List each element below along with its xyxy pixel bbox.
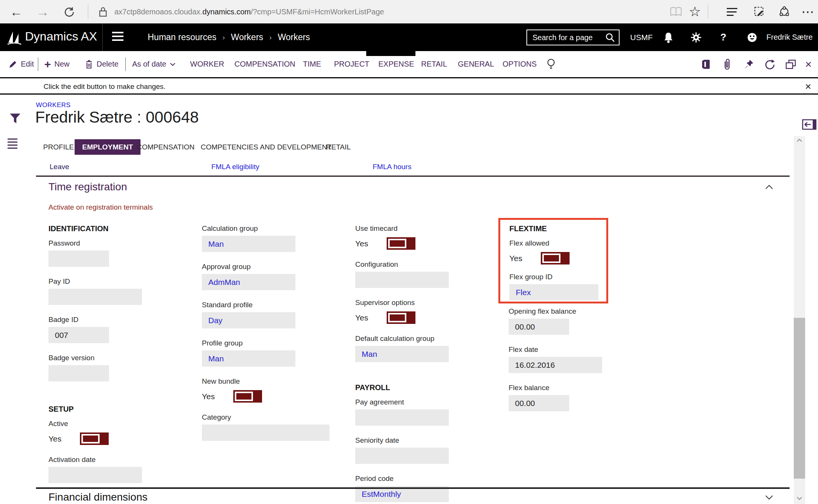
toggle-switch[interactable] <box>233 390 262 403</box>
address-bar[interactable]: ax7ctp8demoaos.cloudax.dynamics.com/?cmp… <box>114 0 384 23</box>
toggle-switch[interactable] <box>541 252 570 264</box>
tab-project[interactable]: PROJECT <box>334 51 369 77</box>
scrollbar-thumb[interactable] <box>794 318 805 479</box>
supervisor-options-toggle[interactable]: Yes <box>355 311 504 324</box>
page-search-box[interactable]: Search for a page <box>526 30 620 45</box>
active-toggle[interactable]: Yes <box>48 432 197 445</box>
ideas-button[interactable] <box>547 51 555 77</box>
toggle-switch[interactable] <box>80 432 109 445</box>
supervisor-options-field: Supervisor options Yes <box>355 299 504 324</box>
tab-retail-page[interactable]: RETAIL <box>326 139 351 155</box>
new-button[interactable]: + New <box>44 51 70 77</box>
share-button[interactable] <box>775 0 794 23</box>
expand-section-button[interactable] <box>765 495 773 501</box>
password-input[interactable] <box>48 250 109 267</box>
flex-group-id-input[interactable]: Flex <box>509 284 598 300</box>
breadcrumb-area[interactable]: Workers <box>231 32 263 42</box>
use-timecard-toggle[interactable]: Yes <box>355 237 504 250</box>
activate-terminals-link[interactable]: Activate on registration terminals <box>48 203 153 212</box>
new-bundle-toggle[interactable]: Yes <box>202 390 350 403</box>
financial-dimensions-header[interactable]: Financial dimensions <box>48 491 147 503</box>
tab-employment[interactable]: EMPLOYMENT <box>75 139 140 155</box>
fmla-hours-link[interactable]: FMLA hours <box>373 163 411 171</box>
company-selector[interactable]: USMF <box>630 23 653 51</box>
tab-expense[interactable]: EXPENSE <box>378 51 414 77</box>
header-divider <box>102 23 103 51</box>
open-in-office-button[interactable] <box>701 51 710 77</box>
standard-profile-input[interactable]: Day <box>202 312 295 328</box>
delete-button[interactable]: Delete <box>85 51 119 77</box>
browser-back-button[interactable]: ← <box>7 0 26 23</box>
settings-button[interactable] <box>691 23 701 51</box>
web-note-button[interactable] <box>750 0 769 23</box>
edit-button[interactable]: Edit <box>8 51 34 77</box>
fmla-eligibility-link[interactable]: FMLA eligibility <box>211 163 259 171</box>
notifications-button[interactable] <box>663 23 673 51</box>
pay-agreement-input[interactable] <box>355 409 449 426</box>
approval-group-input[interactable]: AdmMan <box>202 274 295 290</box>
reading-view-button[interactable] <box>667 0 685 23</box>
feedback-button[interactable] <box>747 23 757 51</box>
configuration-input[interactable] <box>355 272 449 288</box>
calculation-group-input[interactable]: Man <box>202 236 295 252</box>
activation-date-input[interactable] <box>48 467 142 483</box>
flex-date-input[interactable]: 16.02.2016 <box>509 357 602 373</box>
approval-group-label: Approval group <box>202 263 350 271</box>
nav-menu-button[interactable] <box>112 32 123 43</box>
configuration-field: Configuration <box>355 260 504 288</box>
seniority-date-input[interactable] <box>355 448 449 464</box>
hub-button[interactable] <box>723 0 742 23</box>
collapse-section-button[interactable] <box>765 184 773 191</box>
tab-retail[interactable]: RETAIL <box>421 51 447 77</box>
pay-id-input[interactable] <box>48 289 142 305</box>
vertical-scrollbar[interactable] <box>794 136 805 504</box>
pin-button[interactable] <box>744 51 754 77</box>
filter-pane-button[interactable] <box>9 113 21 126</box>
help-button[interactable]: ? <box>720 23 726 51</box>
tab-worker[interactable]: WORKER <box>190 51 224 77</box>
refresh-page-button[interactable] <box>764 51 776 77</box>
toggle-switch[interactable] <box>387 237 415 250</box>
browser-more-button[interactable]: ⋯ <box>798 0 817 23</box>
collapse-panel-button[interactable] <box>802 119 816 131</box>
default-calculation-group-input[interactable]: Man <box>355 346 449 362</box>
profile-group-input[interactable]: Man <box>202 350 295 367</box>
tab-profile[interactable]: PROFILE <box>43 139 74 155</box>
browser-refresh-button[interactable] <box>60 0 79 23</box>
action-divider <box>125 58 126 71</box>
tab-general[interactable]: GENERAL <box>458 51 494 77</box>
info-bar: Click the edit button to make changes. × <box>0 79 818 95</box>
attachments-button[interactable] <box>723 51 731 77</box>
tab-compensation-page[interactable]: COMPENSATION <box>137 139 195 155</box>
toc-panel-button[interactable] <box>8 138 17 151</box>
opening-flex-balance-input[interactable]: 00.00 <box>509 319 569 335</box>
leave-link[interactable]: Leave <box>50 163 69 171</box>
time-registration-header[interactable]: Time registration <box>48 181 127 193</box>
category-input[interactable] <box>202 425 329 441</box>
tab-compensation[interactable]: COMPENSATION <box>234 51 295 77</box>
workers-collection-link[interactable]: WORKERS <box>36 101 70 109</box>
breadcrumb-page[interactable]: Workers <box>278 32 310 42</box>
favorites-star-button[interactable]: ☆ <box>686 0 704 23</box>
chevron-up-icon <box>796 138 802 142</box>
open-in-new-window-button[interactable] <box>785 51 796 77</box>
as-of-date-dropdown[interactable]: As of date <box>132 51 176 77</box>
chevron-down-icon <box>765 495 773 500</box>
toggle-switch[interactable] <box>387 311 415 324</box>
tab-time[interactable]: TIME <box>303 51 321 77</box>
toggle-value: Yes <box>48 434 67 443</box>
tab-options[interactable]: OPTIONS <box>503 51 537 77</box>
scroll-up-button[interactable] <box>794 138 805 142</box>
browser-forward-button[interactable]: → <box>33 0 52 23</box>
scroll-down-button[interactable] <box>794 496 805 500</box>
flex-allowed-toggle[interactable]: Yes <box>509 252 606 264</box>
close-page-button[interactable]: × <box>805 51 812 77</box>
dismiss-info-button[interactable]: × <box>805 79 811 93</box>
flex-balance-input[interactable]: 00.00 <box>509 395 569 411</box>
search-icon[interactable] <box>605 33 615 42</box>
breadcrumb-module[interactable]: Human resources <box>148 32 217 42</box>
badge-version-input[interactable] <box>48 365 109 381</box>
tab-competencies[interactable]: COMPETENCIES AND DEVELOPMENT <box>201 139 331 155</box>
current-user[interactable]: Fredrik Sætre <box>766 23 813 51</box>
badge-id-input[interactable]: 007 <box>48 327 109 343</box>
